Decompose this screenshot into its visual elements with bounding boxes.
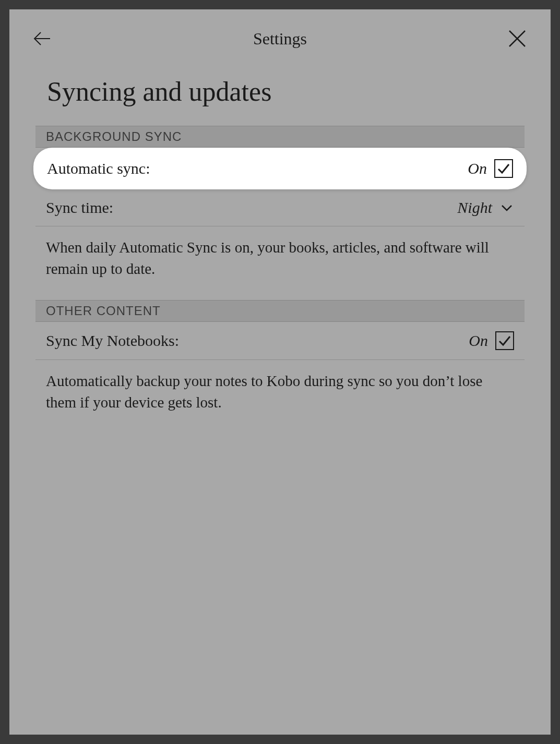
other-content-description: Automatically backup your notes to Kobo …: [35, 360, 525, 434]
close-button[interactable]: [505, 26, 530, 51]
settings-screen: Settings Syncing and updates BACKGROUND …: [9, 9, 551, 735]
automatic-sync-value-group: On: [468, 159, 513, 178]
automatic-sync-value: On: [468, 160, 487, 177]
topbar-title: Settings: [55, 29, 505, 49]
row-sync-time[interactable]: Sync time: Night: [35, 189, 525, 226]
sync-time-value: Night: [457, 199, 492, 217]
arrow-left-icon: [32, 28, 53, 49]
topbar: Settings: [9, 9, 551, 62]
section-header-other-content: OTHER CONTENT: [35, 300, 525, 322]
sync-notebooks-label: Sync My Notebooks:: [46, 332, 179, 350]
back-button[interactable]: [30, 26, 55, 51]
check-icon: [496, 161, 511, 176]
row-sync-notebooks[interactable]: Sync My Notebooks: On: [35, 322, 525, 360]
sync-notebooks-checkbox[interactable]: [495, 331, 514, 350]
check-icon: [497, 333, 512, 348]
background-sync-description: When daily Automatic Sync is on, your bo…: [35, 226, 525, 300]
sync-notebooks-value-group: On: [469, 331, 514, 350]
outer-frame: Settings Syncing and updates BACKGROUND …: [0, 0, 560, 744]
page-title: Syncing and updates: [9, 62, 551, 126]
sync-time-label: Sync time:: [46, 199, 113, 217]
row-automatic-sync[interactable]: Automatic sync: On: [33, 148, 527, 189]
section-header-background-sync: BACKGROUND SYNC: [35, 126, 525, 148]
automatic-sync-checkbox[interactable]: [494, 159, 513, 178]
sync-notebooks-value: On: [469, 332, 488, 350]
automatic-sync-label: Automatic sync:: [47, 160, 150, 177]
chevron-down-icon: [499, 200, 514, 215]
sync-time-value-group: Night: [457, 199, 514, 217]
close-icon: [507, 29, 527, 49]
